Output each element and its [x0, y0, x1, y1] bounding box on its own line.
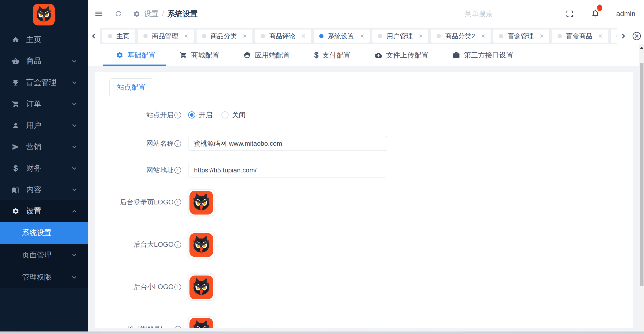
user-menu[interactable]: admin: [616, 10, 635, 18]
field-label: 后台小LOGOi: [109, 274, 181, 299]
app-logo[interactable]: [0, 0, 88, 29]
info-icon[interactable]: i: [174, 241, 181, 248]
site-url-input[interactable]: [188, 163, 387, 177]
tab-chip-goods-category[interactable]: 商品分类 ×: [197, 29, 252, 43]
mobile-login-logo-upload[interactable]: [188, 317, 214, 328]
tab-basic-config[interactable]: 基础配置: [116, 44, 155, 66]
close-tab-icon[interactable]: ×: [184, 33, 188, 40]
field-label: 网站地址i: [109, 163, 181, 177]
admin-small-logo-upload[interactable]: [188, 274, 214, 300]
tab-chip-home[interactable]: 主页: [102, 29, 135, 43]
tab-chip-goods-management[interactable]: 商品管理 ×: [138, 29, 194, 43]
admin-large-logo-upload[interactable]: [188, 232, 214, 258]
tab-chip-partial[interactable]: [611, 29, 617, 43]
form-row-admin-login-logo: 后台登录页LOGOi: [109, 190, 633, 216]
tab-chip-blindbox-management[interactable]: 盲盒管理 ×: [493, 29, 549, 43]
tab-chip-goods-category2[interactable]: 商品分类2 ×: [431, 29, 491, 43]
chevron-down-icon: [71, 101, 78, 107]
tab-chip-blindbox-goods[interactable]: 盲盒商品 ×: [552, 29, 608, 43]
sidebar-item-label: 内容: [26, 185, 41, 195]
sidebar-item-users[interactable]: 用户: [0, 115, 88, 136]
radio-site-on[interactable]: 开启: [188, 110, 212, 119]
field-label: 网站名称i: [109, 136, 181, 151]
vertical-scrollbar[interactable]: [639, 44, 644, 331]
tab-mall-config[interactable]: 商城配置: [180, 44, 219, 66]
cloud-upload-icon: [375, 51, 382, 59]
close-tab-icon[interactable]: ×: [598, 33, 602, 40]
tab-app-config[interactable]: 应用端配置: [243, 44, 290, 66]
tab-payment-config[interactable]: $ 支付配置: [314, 44, 350, 66]
user-icon: [12, 122, 20, 130]
info-icon[interactable]: i: [174, 326, 181, 328]
sidebar-item-home[interactable]: 主页: [0, 29, 88, 50]
scrollbar-up-arrow[interactable]: [639, 44, 644, 51]
info-icon[interactable]: i: [174, 167, 181, 174]
tab-chip-system-settings[interactable]: 系统设置 ×: [314, 29, 370, 43]
briefcase-icon: [453, 51, 460, 59]
menu-search-input[interactable]: [465, 10, 555, 18]
sidebar-item-finance[interactable]: $ 财务: [0, 158, 88, 179]
close-tab-icon[interactable]: ×: [540, 33, 544, 40]
info-icon[interactable]: i: [174, 112, 181, 118]
sidebar-subitem-system-settings[interactable]: 系统设置: [0, 222, 88, 244]
sidebar-item-label: 主页: [26, 35, 41, 45]
sidebar-item-settings[interactable]: 设置: [0, 200, 88, 222]
owl-logo-image: [189, 233, 213, 257]
close-all-tabs-button[interactable]: [629, 28, 644, 44]
info-icon[interactable]: i: [174, 284, 181, 290]
gear-icon: [12, 207, 20, 215]
app-circle-icon: [243, 51, 251, 59]
tab-dot-icon: [558, 34, 562, 38]
breadcrumb-separator: /: [162, 10, 164, 18]
tabs-scroll-right-button[interactable]: [617, 28, 629, 44]
chevron-down-icon: [71, 274, 78, 281]
sidebar-subitem-label: 页面管理: [22, 250, 51, 260]
home-icon: [12, 36, 20, 44]
tabs-scroll-left-button[interactable]: [88, 28, 100, 44]
info-icon[interactable]: i: [174, 199, 181, 206]
sidebar-item-orders[interactable]: 订单: [0, 93, 88, 115]
form-row-site-url: 网站地址i: [109, 163, 633, 177]
sidebar-subitem-page-management[interactable]: 页面管理: [0, 244, 88, 266]
sidebar-item-marketing[interactable]: 营销: [0, 136, 88, 158]
admin-login-logo-upload[interactable]: [188, 190, 214, 216]
tab-chip-user-management[interactable]: 用户管理 ×: [372, 29, 428, 43]
tab-third-party-api-config[interactable]: 第三方接口设置: [453, 44, 513, 66]
tab-site-config[interactable]: 站点配置: [109, 78, 153, 96]
sidebar-item-label: 用户: [26, 120, 41, 131]
field-label: 后台登录页LOGOi: [109, 190, 181, 215]
tab-chip-goods-reviews[interactable]: 商品评论 ×: [255, 29, 311, 43]
scrollbar-thumb[interactable]: [640, 63, 643, 286]
book-icon: [12, 186, 20, 194]
gear-icon: [133, 10, 140, 18]
tab-dot-icon: [261, 34, 265, 38]
radio-site-off[interactable]: 关闭: [221, 110, 246, 119]
chevron-down-icon: [71, 252, 78, 258]
close-tab-icon[interactable]: ×: [360, 33, 364, 40]
sidebar-item-goods[interactable]: 商品: [0, 50, 88, 72]
sidebar: 主页 商品 盲盒管理 订单 用户 营销 $ 财务 内容 设置: [0, 0, 88, 331]
chevron-down-icon: [71, 144, 78, 150]
close-tab-icon[interactable]: ×: [243, 33, 247, 40]
tab-file-upload-config[interactable]: 文件上传配置: [375, 44, 428, 66]
sidebar-item-blindbox[interactable]: 盲盒管理: [0, 72, 88, 93]
header-right: admin: [465, 9, 635, 19]
card-tab-row: 站点配置: [109, 78, 633, 96]
hamburger-menu-button[interactable]: [94, 9, 103, 18]
refresh-button[interactable]: [114, 10, 122, 18]
field-label: 站点开启i: [109, 109, 181, 120]
close-tab-icon[interactable]: ×: [419, 33, 423, 40]
breadcrumb-section[interactable]: 设置: [144, 9, 158, 19]
sidebar-subitem-admin-permissions[interactable]: 管理权限: [0, 266, 88, 288]
site-name-input[interactable]: [188, 136, 387, 151]
notifications-button[interactable]: [591, 9, 600, 19]
radio-dot-icon: [188, 111, 195, 118]
close-tab-icon[interactable]: ×: [302, 33, 306, 40]
site-switch-radios: 开启 关闭: [188, 109, 255, 120]
close-tab-icon[interactable]: ×: [481, 33, 485, 40]
field-label: 移动端登录logoi: [109, 317, 181, 328]
fullscreen-button[interactable]: [565, 10, 574, 18]
sidebar-item-label: 盲盒管理: [26, 77, 56, 88]
info-icon[interactable]: i: [174, 140, 181, 147]
sidebar-item-content[interactable]: 内容: [0, 179, 88, 200]
